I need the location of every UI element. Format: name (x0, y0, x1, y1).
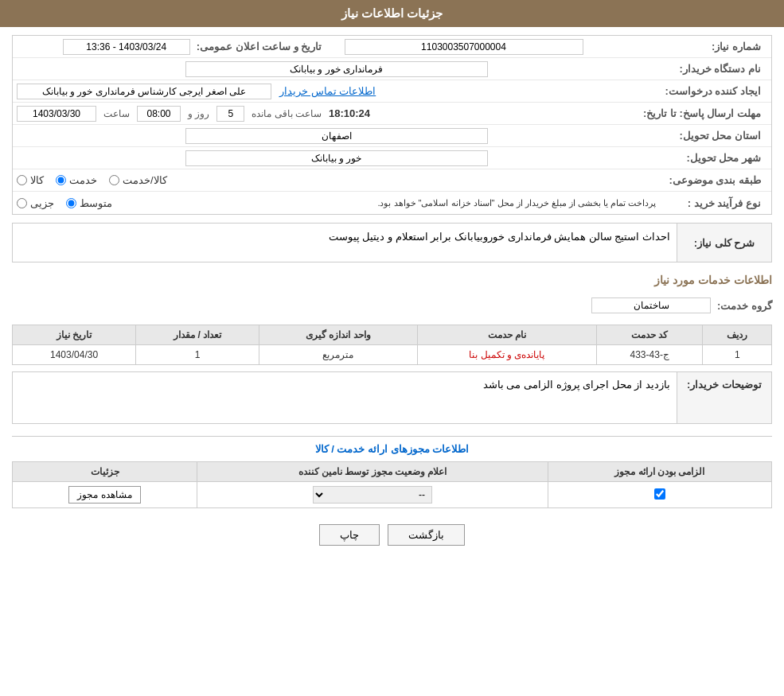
creator-row: ایجاد کننده درخواست: اطلاعات تماس خریدار (13, 80, 771, 103)
buyer-station-label: نام دستگاه خریدار: (656, 63, 767, 75)
purchase-type-row: نوع فرآیند خرید : پرداخت تمام یا بخشی از… (13, 192, 771, 214)
buyer-notes-box: توضیحات خریدار: (12, 371, 772, 424)
cell-row-num: 1 (703, 345, 772, 365)
col-service-name: نام حدمت (417, 325, 596, 345)
remaining-time-value: 18:10:24 (329, 107, 370, 119)
creator-input[interactable] (17, 84, 271, 99)
view-license-button[interactable]: مشاهده مجوز (68, 486, 140, 504)
kala-khidmat-label: کالا/خدمت (123, 174, 167, 186)
buyer-notes-content (12, 371, 677, 424)
cell-license-status[interactable]: -- (197, 482, 548, 508)
cell-license-required (548, 482, 771, 508)
licenses-title: اطلاعات مجوزهای ارائه خدمت / کالا (12, 443, 772, 455)
contact-link[interactable]: اطلاعات تماس خریدار (279, 85, 376, 97)
remaining-label: ساعت باقی مانده (252, 108, 322, 119)
buyer-notes-textarea[interactable] (19, 379, 670, 414)
services-table: ردیف کد حدمت نام حدمت واحد اندازه گیری ت… (12, 325, 772, 365)
category-khidmat[interactable]: خدمت (56, 174, 97, 186)
col-quantity: تعداد / مقدار (136, 325, 259, 345)
time-label: ساعت (103, 108, 130, 119)
general-desc-label: شرح کلی نیاز: (677, 223, 772, 262)
city-label: شهر محل تحویل: (656, 152, 767, 164)
service-group-input[interactable] (591, 297, 711, 313)
licenses-section: اطلاعات مجوزهای ارائه خدمت / کالا الزامی… (12, 436, 772, 508)
purchase-type-label: نوع فرآیند خرید : (656, 197, 767, 209)
buyer-station-input[interactable] (185, 61, 488, 77)
purchase-type-text: پرداخت تمام یا بخشی از مبلغ خریدار از مح… (124, 198, 656, 208)
datetime-input[interactable] (63, 39, 190, 55)
bottom-buttons: بازگشت چاپ (12, 524, 772, 546)
general-desc-content (12, 223, 677, 262)
creator-label: ایجاد کننده درخواست: (656, 85, 767, 97)
col-service-code: کد حدمت (596, 325, 703, 345)
category-row: طبقه بندی موضوعی: کالا/خدمت خدمت کالا (13, 169, 771, 192)
services-section-title: اطلاعات خدمات مورد نیاز (12, 269, 772, 291)
cell-service-code: ج-43-433 (596, 345, 703, 365)
mutavasset-label: متوسط (80, 197, 112, 209)
col-license-status: اعلام وضعیت مجوز توسط نامین کننده (197, 462, 548, 482)
province-row: استان محل تحویل: (13, 125, 771, 147)
col-unit: واحد اندازه گیری (259, 325, 418, 345)
general-desc-box: شرح کلی نیاز: (12, 223, 772, 262)
col-row-num: ردیف (703, 325, 772, 345)
need-number-label: شماره نیاز: (656, 41, 767, 52)
col-need-date: تاریخ نیاز (13, 325, 136, 345)
category-label: طبقه بندی موضوعی: (656, 174, 767, 186)
city-row: شهر محل تحویل: (13, 147, 771, 169)
buyer-station-row: نام دستگاه خریدار: (13, 58, 771, 80)
datetime-label: تاریخ و ساعت اعلان عمومی: (197, 41, 329, 52)
table-row: 1 ج-43-433 پایانده‌ی و تکمیل بنا مترمربع… (13, 345, 772, 365)
license-row: -- مشاهده مجوز (13, 482, 772, 508)
date-input[interactable] (17, 106, 96, 122)
juzui-label: جزیی (30, 197, 54, 209)
category-kala[interactable]: کالا (17, 174, 44, 186)
deadline-label: مهلت ارسال پاسخ: تا تاریخ: (643, 107, 767, 119)
page-header: جزئیات اطلاعات نیاز (0, 0, 784, 27)
cell-license-details[interactable]: مشاهده مجوز (13, 482, 197, 508)
purchase-type-متوسط[interactable]: متوسط (66, 197, 112, 209)
cell-unit: مترمربع (259, 345, 418, 365)
print-button[interactable]: چاپ (319, 524, 380, 546)
cell-need-date: 1403/04/30 (13, 345, 136, 365)
main-form: شماره نیاز: تاریخ و ساعت اعلان عمومی: نا… (12, 35, 772, 215)
licenses-table: الزامی بودن ارائه مجوز اعلام وضعیت مجوز … (12, 461, 772, 508)
province-label: استان محل تحویل: (656, 130, 767, 142)
time-input[interactable] (137, 106, 181, 122)
deadline-row: مهلت ارسال پاسخ: تا تاریخ: 18:10:24 ساعت… (13, 103, 771, 125)
cell-quantity: 1 (136, 345, 259, 365)
need-number-input[interactable] (345, 39, 583, 55)
general-desc-textarea[interactable] (19, 231, 670, 255)
col-license-required: الزامی بودن ارائه مجوز (548, 462, 771, 482)
cell-service-name[interactable]: پایانده‌ی و تکمیل بنا (417, 345, 596, 365)
need-number-row: شماره نیاز: تاریخ و ساعت اعلان عمومی: (13, 36, 771, 58)
province-input[interactable] (185, 128, 488, 144)
back-button[interactable]: بازگشت (388, 524, 465, 546)
city-input[interactable] (185, 150, 488, 166)
col-license-details: جزئیات (13, 462, 197, 482)
days-label: روز و (188, 108, 209, 119)
page-title: جزئیات اطلاعات نیاز (341, 6, 443, 20)
kala-label: کالا (30, 174, 44, 186)
days-input[interactable] (216, 106, 244, 122)
category-kala-khidmat[interactable]: کالا/خدمت (109, 174, 167, 186)
service-group-label: گروه خدمت: (717, 300, 772, 312)
buyer-notes-label: توضیحات خریدار: (677, 371, 772, 424)
khidmat-label: خدمت (69, 174, 97, 186)
purchase-type-جزیی[interactable]: جزیی (17, 197, 54, 209)
services-table-section: ردیف کد حدمت نام حدمت واحد اندازه گیری ت… (12, 325, 772, 365)
